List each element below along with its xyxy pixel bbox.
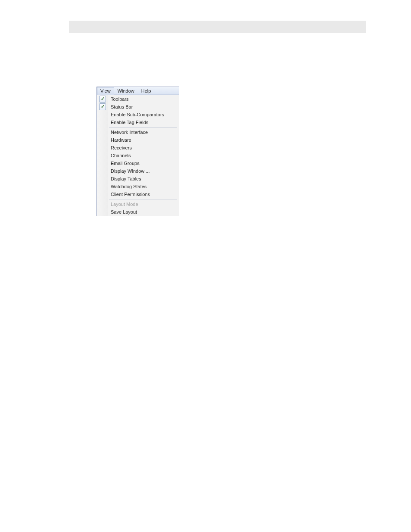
menu-label: Status Bar — [108, 103, 179, 111]
menubar: View Window Help — [97, 87, 179, 95]
menu-label: Hardware — [108, 136, 179, 144]
menubar-window[interactable]: Window — [114, 87, 138, 95]
check-column — [97, 111, 108, 118]
menubar-help[interactable]: Help — [138, 87, 155, 95]
check-column: ✓ — [97, 103, 108, 111]
check-icon: ✓ — [101, 96, 105, 101]
menu-display-window[interactable]: Display Window ... — [97, 167, 179, 175]
check-icon: ✓ — [101, 104, 105, 109]
check-column — [97, 190, 108, 198]
menu-watchdog-states[interactable]: Watchdog States — [97, 183, 179, 190]
page-header-stripe — [69, 21, 366, 33]
check-column — [97, 183, 108, 190]
menu-label: Watchdog States — [108, 183, 179, 190]
menu-display-tables[interactable]: Display Tables — [97, 175, 179, 183]
view-dropdown: ✓ Toolbars ✓ Status Bar Enable Sub-Compa… — [97, 95, 179, 216]
menu-enable-tag-fields[interactable]: Enable Tag Fields — [97, 118, 179, 126]
menu-label: Toolbars — [108, 95, 179, 103]
menu-channels[interactable]: Channels — [97, 152, 179, 159]
menu-client-permissions[interactable]: Client Permissions — [97, 190, 179, 198]
checked-box: ✓ — [99, 96, 106, 103]
menu-label: Display Tables — [108, 175, 179, 183]
check-column — [97, 118, 108, 126]
menu-save-layout[interactable]: Save Layout — [97, 208, 179, 216]
menu-label: Enable Sub-Comparators — [108, 111, 179, 118]
menu-label: Save Layout — [108, 208, 179, 216]
checked-box: ✓ — [99, 103, 106, 110]
check-column: ✓ — [97, 95, 108, 103]
menu-hardware[interactable]: Hardware — [97, 136, 179, 144]
check-column — [97, 208, 108, 216]
menubar-view[interactable]: View — [97, 87, 114, 95]
menu-status-bar[interactable]: ✓ Status Bar — [97, 103, 179, 111]
check-column — [97, 144, 108, 152]
check-column — [97, 167, 108, 175]
menu-label: Client Permissions — [108, 190, 179, 198]
menu-label: Enable Tag Fields — [108, 118, 179, 126]
menu-label: Receivers — [108, 144, 179, 152]
menu-receivers[interactable]: Receivers — [97, 144, 179, 152]
check-column — [97, 175, 108, 183]
menu-label: Channels — [108, 152, 179, 159]
view-menu-window: View Window Help ✓ Toolbars ✓ Status Bar… — [97, 87, 179, 216]
menu-network-interface[interactable]: Network Interface — [97, 128, 179, 136]
check-column — [97, 152, 108, 159]
check-column — [97, 128, 108, 136]
menu-layout-mode: Layout Mode — [97, 200, 179, 208]
check-column — [97, 159, 108, 167]
menu-label: Display Window ... — [108, 167, 179, 175]
menu-toolbars[interactable]: ✓ Toolbars — [97, 95, 179, 103]
menu-email-groups[interactable]: Email Groups — [97, 159, 179, 167]
check-column — [97, 200, 108, 208]
menu-enable-sub-comparators[interactable]: Enable Sub-Comparators — [97, 111, 179, 118]
check-column — [97, 136, 108, 144]
menu-label: Email Groups — [108, 159, 179, 167]
menu-label: Layout Mode — [108, 200, 179, 208]
menu-label: Network Interface — [108, 128, 179, 136]
